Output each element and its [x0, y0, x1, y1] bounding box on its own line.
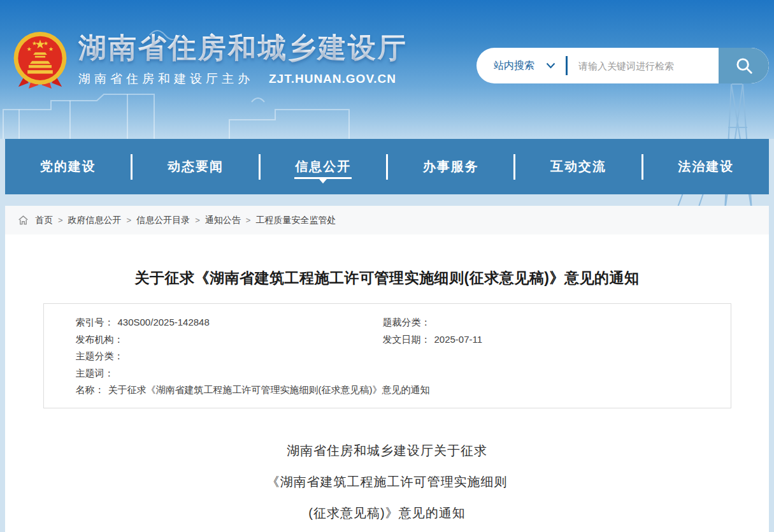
breadcrumb-separator: > [58, 215, 63, 225]
nav-item-services[interactable]: 办事服务 [388, 139, 513, 194]
breadcrumb: 首页 > 政府信息公开 > 信息公开目录 > 通知公告 > 工程质量安全监管处 [5, 206, 769, 234]
site-brand: ★ ★ ★ ★ ★ 湖南省住房和城乡建设厅 湖南省住房和建设厅主办 ZJT.HU… [11, 29, 408, 90]
brand-text: 湖南省住房和城乡建设厅 湖南省住房和建设厅主办 ZJT.HUNAN.GOV.CN [78, 29, 408, 90]
meta-publish-date: 发文日期：2025-07-11 [383, 331, 718, 349]
meta-value: 关于征求《湖南省建筑工程施工许可管理实施细则(征求意见稿)》意见的通知 [108, 384, 430, 395]
page-title: 关于征求《湖南省建筑工程施工许可管理实施细则(征求意见稿)》意见的通知 [5, 270, 769, 287]
meta-document-name: 名称：关于征求《湖南省建筑工程施工许可管理实施细则(征求意见稿)》意见的通知 [76, 382, 718, 399]
meta-empty-cell [383, 348, 718, 365]
meta-label: 发文日期： [383, 334, 431, 345]
meta-label: 索引号： [76, 317, 114, 327]
breadcrumb-separator: > [195, 215, 200, 225]
breadcrumb-quality-safety-dept[interactable]: 工程质量安全监管处 [255, 215, 336, 226]
home-icon[interactable] [18, 215, 29, 226]
site-subtitle-row: 湖南省住房和建设厅主办 ZJT.HUNAN.GOV.CN [78, 71, 408, 87]
chevron-down-icon [546, 62, 555, 69]
active-tab-caret [319, 179, 327, 183]
breadcrumb-separator: > [127, 215, 132, 225]
breadcrumb-gov-info[interactable]: 政府信息公开 [68, 215, 122, 226]
site-url: ZJT.HUNAN.GOV.CN [269, 72, 396, 86]
meta-label: 题裁分类： [383, 317, 431, 327]
meta-value: 430S00/2025-142848 [118, 317, 210, 327]
meta-label: 主题词： [76, 368, 114, 378]
site-search: 站内搜索 [477, 48, 769, 83]
nav-item-party-building[interactable]: 党的建设 [5, 139, 131, 194]
breadcrumb-separator: > [246, 215, 251, 225]
site-header: ★ ★ ★ ★ ★ 湖南省住房和城乡建设厅 湖南省住房和建设厅主办 ZJT.HU… [0, 0, 774, 139]
search-button[interactable] [719, 48, 769, 83]
document-meta-box: 索引号：430S00/2025-142848 题裁分类： 发布机构： 发文日期：… [43, 303, 731, 408]
search-input[interactable] [568, 48, 719, 83]
search-scope-select[interactable]: 站内搜索 [477, 48, 566, 83]
meta-grid: 索引号：430S00/2025-142848 题裁分类： 发布机构： 发文日期：… [76, 314, 718, 399]
breadcrumb-home[interactable]: 首页 [35, 215, 53, 226]
content-panel: 首页 > 政府信息公开 > 信息公开目录 > 通知公告 > 工程质量安全监管处 … [5, 206, 769, 532]
meta-keywords: 主题词： [76, 365, 383, 382]
meta-empty-cell [383, 365, 718, 382]
meta-label: 发布机构： [76, 334, 124, 345]
meta-value: 2025-07-11 [434, 334, 483, 345]
page: ★ ★ ★ ★ ★ 湖南省住房和城乡建设厅 湖南省住房和建设厅主办 ZJT.HU… [0, 0, 774, 532]
svg-text:★: ★ [48, 47, 54, 53]
meta-label: 主题分类： [76, 350, 124, 361]
main-nav: 党的建设 动态要闻 信息公开 办事服务 互动交流 法治建设 [5, 139, 769, 194]
nav-item-information-disclosure[interactable]: 信息公开 [261, 139, 386, 194]
search-icon [735, 56, 754, 75]
svg-text:★: ★ [32, 40, 37, 47]
article-body: 湖南省住房和城乡建设厅关于征求 《湖南省建筑工程施工许可管理实施细则 (征求意见… [5, 435, 769, 529]
article-body-line: (征求意见稿)》意见的通知 [5, 498, 769, 529]
article-body-line: 湖南省住房和城乡建设厅关于征求 [5, 435, 769, 466]
meta-publisher: 发布机构： [76, 331, 383, 349]
nav-item-label: 信息公开 [295, 159, 351, 173]
site-title: 湖南省住房和城乡建设厅 [78, 29, 408, 66]
breadcrumb-notices[interactable]: 通知公告 [205, 215, 241, 226]
meta-topic-category: 主题分类： [76, 348, 383, 365]
search-scope-label: 站内搜索 [494, 59, 534, 73]
meta-genre-category: 题裁分类： [383, 314, 718, 331]
nav-item-interaction[interactable]: 互动交流 [515, 139, 641, 194]
article-body-line: 《湖南省建筑工程施工许可管理实施细则 [5, 466, 769, 498]
national-emblem-logo: ★ ★ ★ ★ ★ [11, 29, 69, 90]
meta-label: 名称： [76, 384, 104, 395]
meta-index-number: 索引号：430S00/2025-142848 [76, 314, 383, 331]
svg-text:★: ★ [27, 47, 32, 53]
nav-item-news[interactable]: 动态要闻 [133, 139, 258, 194]
site-subtitle: 湖南省住房和建设厅主办 [78, 71, 254, 87]
nav-item-rule-of-law[interactable]: 法治建设 [643, 139, 769, 194]
breadcrumb-info-catalog[interactable]: 信息公开目录 [136, 215, 190, 226]
svg-text:★: ★ [43, 40, 48, 47]
